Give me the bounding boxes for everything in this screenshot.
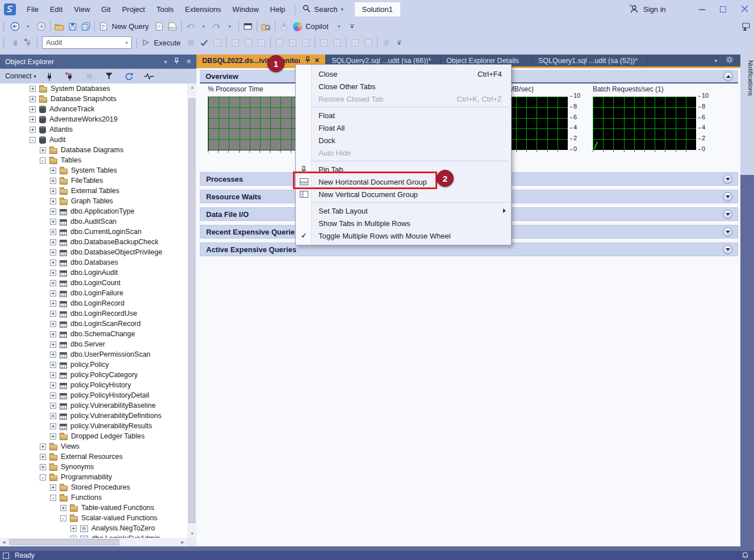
estimated-plan-icon[interactable] — [255, 36, 268, 49]
tree-expander-icon[interactable]: + — [50, 198, 56, 204]
caret-icon[interactable]: ▾ — [223, 20, 236, 34]
menubar-item-view[interactable]: View — [68, 3, 95, 16]
disconnect-oe-icon[interactable] — [63, 69, 76, 83]
redo-icon[interactable] — [210, 20, 223, 34]
tree-expander-icon[interactable]: + — [40, 444, 46, 450]
tree-expander-icon[interactable]: + — [30, 86, 36, 92]
results-grid-icon[interactable] — [286, 36, 299, 49]
live-query-stats-icon[interactable] — [229, 36, 242, 49]
tree-expander-icon[interactable]: + — [50, 168, 56, 174]
notifications-autohide-tab[interactable]: Notifications — [740, 55, 754, 175]
increase-indent-icon[interactable] — [362, 36, 375, 49]
tree-node-stored-procedures[interactable]: +Stored Procedures — [50, 482, 130, 492]
tree-node-dbo-loginrecord[interactable]: +dbo.LoginRecord — [50, 298, 124, 308]
tree-node-database-diagrams[interactable]: +Database Diagrams — [40, 145, 123, 155]
tree-node-dbo-databasebackupcheck[interactable]: +dbo.DatabaseBackupCheck — [50, 237, 158, 247]
tree-expander-icon[interactable]: + — [70, 525, 77, 532]
comment-lines-icon[interactable] — [317, 36, 330, 49]
tree-node-dbo-loginfailure[interactable]: +dbo.LoginFailure — [50, 288, 123, 298]
tree-node-policy-policycategory[interactable]: +policy.PolicyCategory — [50, 370, 138, 380]
tree-node-audit[interactable]: -Audit — [30, 135, 66, 145]
overflow-icon[interactable] — [346, 20, 359, 34]
tree-expander-icon[interactable]: + — [50, 331, 56, 337]
tree-node-dbo-loginrecorduse[interactable]: +dbo.LoginRecordUse — [50, 308, 137, 319]
tree-expander-icon[interactable]: + — [50, 311, 56, 317]
tree-node-policy-policy[interactable]: +policy.Policy — [50, 360, 109, 370]
window-position-icon[interactable]: ▾ — [164, 59, 167, 65]
horizontal-scroll-thumb[interactable] — [9, 539, 119, 545]
close-panel-icon[interactable]: ✕ — [186, 58, 191, 65]
refresh-icon[interactable] — [123, 69, 136, 83]
new-query-icon[interactable] — [97, 20, 110, 34]
menubar-item-extensions[interactable]: Extensions — [179, 3, 227, 16]
tree-node-dbo-schemachange[interactable]: +dbo.SchemaChange — [50, 329, 135, 339]
tree-expander-icon[interactable]: + — [50, 300, 56, 307]
menu-item-new-vertical-document-group[interactable]: New Vertical Document Group — [296, 188, 511, 200]
toolbar-grip[interactable] — [2, 37, 6, 48]
tree-expander-icon[interactable]: + — [30, 106, 36, 112]
register-server-x-disabled-icon[interactable] — [22, 36, 35, 49]
close-window-button[interactable] — [741, 5, 748, 15]
feedback-icon[interactable] — [742, 23, 750, 33]
menubar-item-project[interactable]: Project — [116, 3, 150, 16]
sqlcmd-mode-icon[interactable]: @ — [380, 36, 393, 49]
connect-oe-icon[interactable] — [43, 69, 56, 83]
query-options-icon[interactable] — [242, 36, 255, 49]
caret-icon[interactable]: ▾ — [197, 20, 210, 34]
menubar-item-help[interactable]: Help — [265, 3, 291, 16]
tree-node-policy-policyhistory[interactable]: +policy.PolicyHistory — [50, 380, 131, 390]
menu-item-float[interactable]: Float — [296, 109, 511, 122]
tree-expander-icon[interactable]: + — [50, 413, 56, 419]
tree-node-dbo-userpermissionscan[interactable]: +dbo.UserPermissionScan — [50, 349, 150, 360]
open-file-icon[interactable] — [53, 20, 66, 34]
tree-node-policy-policyhistorydetail[interactable]: +policy.PolicyHistoryDetail — [50, 390, 149, 400]
close-tab-icon[interactable]: ✕ — [315, 57, 320, 64]
tree-expander-icon[interactable]: - — [40, 157, 46, 164]
save-icon[interactable] — [66, 20, 79, 34]
tree-node-policy-vulnerabilitydefinitions[interactable]: +policy.VulnerabilityDefinitions — [50, 411, 162, 421]
decrease-indent-icon[interactable] — [349, 36, 362, 49]
register-server-disabled-icon[interactable] — [9, 36, 22, 49]
stop-disabled-icon[interactable] — [185, 36, 198, 49]
dax-query-icon[interactable]: DAX — [166, 20, 179, 34]
tree-expander-icon[interactable]: + — [50, 280, 56, 286]
tree-node-external-resources[interactable]: +External Resources — [40, 452, 123, 462]
tree-node-scalar-valued-functions[interactable]: -Scalar-valued Functions — [60, 513, 157, 523]
menubar-item-file[interactable]: File — [21, 3, 44, 16]
tree-node-dbo-logincount[interactable]: +dbo.LoginCount — [50, 278, 120, 288]
expand-section-button[interactable] — [723, 174, 732, 184]
forward-disabled-icon[interactable] — [35, 20, 48, 34]
tree-node-views[interactable]: +Views — [40, 441, 79, 452]
tree-node-atlantis[interactable]: +Atlantis — [30, 124, 73, 135]
tree-node-dbo-loginissvcadmin[interactable]: +fxdbo.LoginIsSvcAdmin — [70, 533, 160, 538]
tree-node-graph-tables[interactable]: +Graph Tables — [50, 196, 113, 206]
menubar-item-window[interactable]: Window — [227, 3, 264, 16]
tree-expander-icon[interactable]: + — [30, 116, 36, 123]
connect-dropdown[interactable]: Connect ▾ — [5, 72, 36, 80]
tree-expander-icon[interactable]: + — [50, 290, 56, 296]
tree-vertical-scrollbar[interactable]: ▲ ▼ — [187, 83, 196, 538]
tree-expander-icon[interactable]: + — [50, 372, 56, 378]
browse-folder-icon[interactable] — [259, 20, 273, 34]
tree-node-system-databases[interactable]: +System Databases — [30, 83, 110, 94]
tree-expander-icon[interactable]: + — [40, 147, 46, 153]
object-explorer-titlebar[interactable]: Object Explorer ▾ ✕ — [0, 55, 196, 69]
tree-node-tables[interactable]: -Tables — [40, 155, 81, 165]
menu-item-close[interactable]: CloseCtrl+F4 — [296, 68, 511, 80]
filter-icon[interactable] — [103, 69, 116, 83]
results-file-icon[interactable] — [299, 36, 312, 49]
bell-icon[interactable] — [742, 551, 754, 560]
available-databases-combobox[interactable]: Audit▾ — [42, 36, 132, 49]
expand-section-button[interactable] — [723, 192, 732, 202]
caret-icon[interactable]: ▾ — [22, 20, 35, 34]
tree-node-analysis-negtozero[interactable]: +fxAnalysis.NegToZero — [70, 523, 155, 533]
tree-expander-icon[interactable]: + — [50, 188, 56, 194]
parse-check-icon[interactable] — [198, 36, 211, 49]
tree-expander-icon[interactable]: + — [50, 249, 56, 256]
tree-expander-icon[interactable]: - — [40, 474, 46, 480]
options-gear-icon[interactable] — [726, 56, 734, 66]
menu-item-close-other-tabs[interactable]: Close Other Tabs — [296, 80, 511, 93]
tree-node-dbo-server[interactable]: +dbo.Server — [50, 339, 105, 349]
tree-expander-icon[interactable]: - — [30, 137, 36, 143]
tree-expander-icon[interactable]: + — [50, 239, 56, 245]
